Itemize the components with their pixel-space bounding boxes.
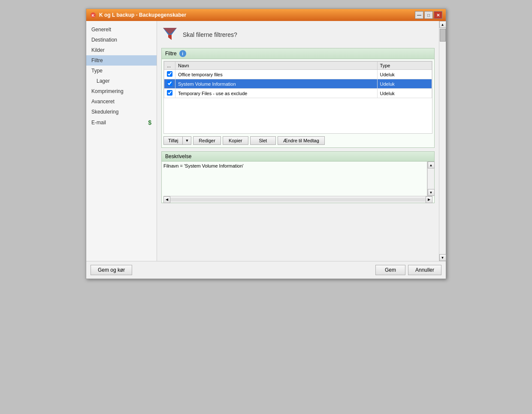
- row3-check[interactable]: [164, 89, 175, 98]
- filtre-section-header: Filtre i: [162, 48, 434, 59]
- main-content: Skal filerne filtreres? Filtre i: [157, 21, 439, 211]
- rediger-button[interactable]: Rediger: [193, 136, 221, 145]
- main-scroll-down[interactable]: ▼: [439, 254, 446, 261]
- desc-scroll-up[interactable]: ▲: [428, 162, 435, 168]
- maximize-button[interactable]: □: [424, 11, 433, 19]
- sidebar-item-type[interactable]: Type: [86, 66, 157, 76]
- row1-type: Udeluk: [377, 70, 432, 79]
- row1-check[interactable]: [164, 70, 175, 79]
- table-row[interactable]: Office temporary files Udeluk: [164, 70, 432, 79]
- filter-buttons-row: Tilføj ▼ Rediger Kopier Slet Ændre til M…: [163, 136, 432, 145]
- title-bar-buttons: — □ ✕: [415, 11, 442, 19]
- window-title: K og L backup - Backupegenskaber: [99, 12, 186, 18]
- description-text: Filnavn = 'System Volume Information': [162, 162, 427, 196]
- h-scroll-right[interactable]: ▶: [426, 196, 432, 203]
- main-inner: Skal filerne filtreres? Filtre i: [157, 21, 439, 261]
- row3-navn: Temporary Files - use as exclude: [175, 89, 378, 98]
- kopier-button[interactable]: Kopier: [223, 136, 248, 145]
- minimize-button[interactable]: —: [415, 11, 423, 19]
- sidebar-item-komprimering[interactable]: Komprimering: [86, 86, 157, 96]
- gem-button[interactable]: Gem: [375, 265, 405, 275]
- h-scroll-left[interactable]: ◀: [163, 196, 170, 203]
- gem-og-kor-button[interactable]: Gem og kør: [91, 265, 132, 275]
- row3-type: Udeluk: [377, 89, 432, 98]
- svg-marker-4: [163, 28, 177, 34]
- close-button[interactable]: ✕: [434, 11, 442, 19]
- filter-table-container: ... Navn Type: [163, 61, 432, 134]
- slet-button[interactable]: Slet: [250, 136, 276, 145]
- row2-check[interactable]: [164, 79, 175, 89]
- row2-navn: System Volume Information: [175, 79, 378, 89]
- window-body: Generelt Destination Kilder Filtre Type …: [86, 21, 446, 261]
- sidebar: Generelt Destination Kilder Filtre Type …: [86, 21, 157, 261]
- sidebar-item-avanceret[interactable]: Avanceret: [86, 96, 157, 107]
- filtre-label: Filtre: [165, 51, 177, 57]
- app-icon: K: [90, 12, 97, 18]
- col-navn: Navn: [175, 62, 378, 70]
- row3-checkbox[interactable]: [167, 90, 172, 96]
- beskrivelse-section: Beskrivelse Filnavn = 'System Volume Inf…: [161, 151, 435, 203]
- tilfoj-dropdown-button[interactable]: ▼: [182, 136, 191, 145]
- desc-scrollbar[interactable]: ▲ ▼: [427, 162, 434, 196]
- col-dots: ...: [164, 62, 175, 70]
- header-area: Skal filerne filtreres?: [161, 25, 435, 44]
- sidebar-item-generelt[interactable]: Generelt: [86, 24, 157, 35]
- main-window: K K og L backup - Backupegenskaber — □ ✕…: [86, 9, 446, 279]
- beskrivelse-content: Filnavn = 'System Volume Information' ▲ …: [162, 162, 434, 196]
- beskrivelse-label: Beskrivelse: [165, 153, 191, 159]
- filter-table: ... Navn Type: [164, 61, 432, 98]
- row1-checkbox[interactable]: [167, 71, 172, 77]
- footer-right-buttons: Gem Annuller: [375, 265, 441, 275]
- svg-marker-3: [168, 35, 172, 40]
- svg-text:K: K: [92, 13, 95, 18]
- row2-type: Udeluk: [377, 79, 432, 89]
- header-question: Skal filerne filtreres?: [183, 31, 237, 38]
- sidebar-item-skedulering[interactable]: Skedulering: [86, 107, 157, 117]
- sidebar-item-kilder[interactable]: Kilder: [86, 45, 157, 55]
- col-type: Type: [377, 62, 432, 70]
- sidebar-item-email[interactable]: E-mail $: [86, 117, 157, 128]
- table-row[interactable]: Temporary Files - use as exclude Udeluk: [164, 89, 432, 98]
- dollar-icon: $: [148, 119, 151, 126]
- main-scroll-up[interactable]: ▲: [439, 21, 446, 28]
- funnel-icon: [161, 25, 178, 44]
- sidebar-item-lager[interactable]: Lager: [86, 76, 157, 86]
- row1-navn: Office temporary files: [175, 70, 378, 79]
- sidebar-item-destination[interactable]: Destination: [86, 35, 157, 45]
- main-scroll-thumb[interactable]: [440, 29, 446, 42]
- desc-scroll-down[interactable]: ▼: [428, 189, 435, 196]
- info-icon[interactable]: i: [179, 50, 186, 57]
- sidebar-item-filtre[interactable]: Filtre: [86, 55, 157, 66]
- h-scroll-track: [170, 198, 426, 201]
- footer: Gem og kør Gem Annuller: [86, 261, 446, 279]
- h-scrollbar: ◀ ▶: [163, 196, 432, 203]
- main-area: Skal filerne filtreres? Filtre i: [157, 21, 446, 261]
- tilfoj-split-button: Tilføj ▼: [163, 136, 191, 145]
- main-scrollbar[interactable]: ▲ ▼: [439, 21, 446, 261]
- row2-checkbox[interactable]: [167, 81, 172, 86]
- title-bar-left: K K og L backup - Backupegenskaber: [90, 12, 186, 18]
- tilfoj-button[interactable]: Tilføj: [163, 136, 182, 145]
- annuller-button[interactable]: Annuller: [408, 265, 441, 275]
- aendre-button[interactable]: Ændre til Medtag: [278, 136, 325, 145]
- beskrivelse-section-header: Beskrivelse: [162, 152, 434, 162]
- title-bar: K K og L backup - Backupegenskaber — □ ✕: [86, 9, 446, 21]
- filtre-section: Filtre i ... Navn: [161, 48, 435, 148]
- table-row[interactable]: System Volume Information Udeluk: [164, 79, 432, 89]
